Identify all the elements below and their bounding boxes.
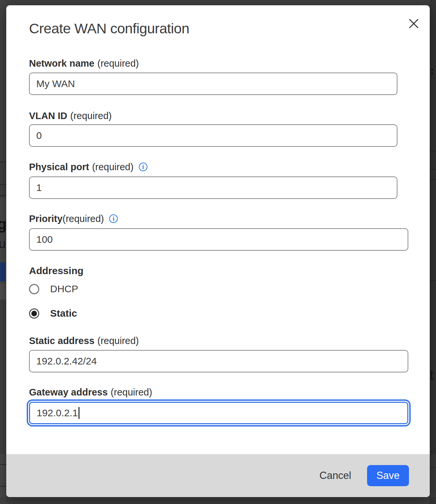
backdrop-remnant-line (0, 195, 6, 196)
backdrop-remnant-band (0, 284, 6, 299)
backdrop-remnant-line (430, 179, 436, 180)
save-button[interactable]: Save (367, 465, 409, 486)
dialog-footer: Cancel Save (6, 454, 430, 497)
close-x-glyph (409, 19, 419, 28)
backdrop-remnant-line (430, 169, 436, 170)
info-icon[interactable]: i (109, 214, 118, 223)
vlan-id-input[interactable]: 0 (29, 124, 397, 147)
backdrop-remnant-line (430, 151, 436, 151)
backdrop-remnant-band (430, 454, 436, 497)
physical-port-input[interactable]: 1 (29, 176, 397, 199)
priority-input[interactable]: 100 (29, 228, 408, 251)
static-address-label: Static address (required) (29, 335, 415, 347)
addressing-option-static[interactable]: Static (29, 308, 415, 319)
backdrop-remnant-line (0, 486, 6, 487)
backdrop-remnant-line (0, 162, 6, 162)
create-wan-dialog: Create WAN configuration Network name (r… (6, 5, 430, 497)
addressing-option-dhcp[interactable]: DHCP (29, 284, 415, 294)
backdrop-left: g u (0, 0, 6, 504)
close-icon[interactable] (406, 16, 421, 31)
backdrop-remnant-line (0, 464, 6, 465)
backdrop-remnant-band (0, 454, 6, 497)
info-icon[interactable]: i (139, 163, 147, 171)
network-name-value: My WAN (36, 78, 75, 89)
static-radio-label: Static (50, 308, 77, 319)
backdrop-remnant-text: g (0, 215, 6, 233)
backdrop-remnant-text: : l (430, 65, 436, 77)
physical-port-label: Physical port (required) i (29, 161, 415, 173)
dhcp-radio-label: DHCP (50, 283, 78, 295)
priority-value: 100 (36, 234, 53, 245)
backdrop-remnant-text: u (0, 237, 6, 251)
physical-port-value: 1 (36, 182, 42, 193)
cancel-button[interactable]: Cancel (312, 470, 359, 482)
text-cursor (78, 407, 79, 419)
static-address-input[interactable]: 192.0.2.42/24 (29, 350, 408, 372)
static-address-value: 192.0.2.42/24 (36, 356, 97, 367)
network-name-input[interactable]: My WAN (29, 73, 397, 95)
vlan-id-value: 0 (36, 130, 42, 141)
vlan-id-label: VLAN ID (required) (29, 110, 415, 122)
radio-unselected-icon[interactable] (29, 284, 39, 294)
addressing-heading: Addressing (29, 265, 415, 277)
backdrop-right: : l t (430, 0, 436, 504)
radio-selected-icon[interactable] (29, 308, 39, 319)
gateway-address-input[interactable]: 192.0.2.1 (29, 402, 408, 424)
backdrop-remnant-text: t (430, 367, 434, 383)
backdrop-remnant-line (430, 467, 436, 468)
network-name-label: Network name (required) (29, 57, 415, 69)
priority-label: Priority (required) i (29, 213, 415, 225)
backdrop-remnant-blue-button (0, 262, 5, 281)
gateway-address-value: 192.0.2.1 (37, 407, 78, 419)
backdrop-remnant-line (0, 184, 6, 185)
gateway-address-label: Gateway address (required) (29, 386, 415, 398)
backdrop-remnant-line (430, 280, 436, 281)
page-title: Create WAN configuration (29, 20, 415, 37)
